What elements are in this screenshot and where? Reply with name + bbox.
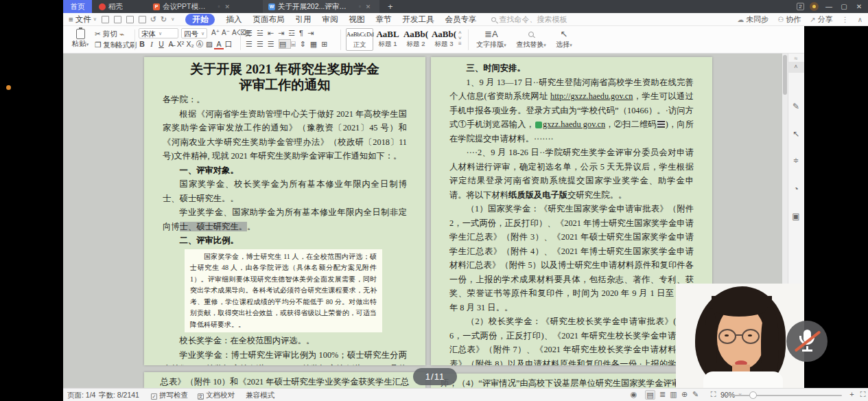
font-size-select[interactable]: 四号∨	[181, 28, 207, 38]
select-button[interactable]: ↖ 选择▾	[552, 29, 576, 49]
font-color-button[interactable]: A	[214, 40, 224, 49]
timer-tool-icon[interactable]: ◔	[788, 184, 804, 194]
style-标题 1[interactable]: AaBL标题 1	[374, 28, 401, 51]
shrink-font-button[interactable]: A⁻	[222, 29, 230, 36]
style-正文[interactable]: AaBbCcDd正文	[346, 28, 373, 51]
close-tab-icon[interactable]: ✕	[366, 3, 371, 10]
screenshot-tool-icon[interactable]: ▣	[788, 211, 804, 221]
distribute-icon[interactable]: ⌸	[291, 40, 300, 48]
document-page-4-peek[interactable]: 师；（4）“评审情况”由高校下设基层单位研究生国家奖学金评审…	[431, 374, 712, 388]
bold-button[interactable]: B	[137, 40, 147, 48]
hyperlink[interactable]: gxzz.haedu gov.cn	[543, 119, 605, 129]
menu-tab-审阅[interactable]: 审阅	[322, 14, 338, 25]
undo-icon[interactable]: ↺	[150, 15, 156, 24]
asian-layout-icon[interactable]: ☲	[288, 29, 299, 37]
pin-tab-icon[interactable]: ▫	[218, 3, 220, 10]
adjust-tool-icon[interactable]: ≑	[788, 157, 804, 164]
save-icon[interactable]	[102, 16, 109, 23]
zoom-slider-track[interactable]	[725, 395, 842, 396]
numbered-list-icon[interactable]: ☱	[257, 29, 268, 37]
menu-tab-视图[interactable]: 视图	[349, 14, 364, 25]
print-icon[interactable]	[126, 16, 134, 23]
menu-tab-开始[interactable]: 开始	[185, 14, 215, 25]
menu-tab-开发工具[interactable]: 开发工具	[402, 14, 434, 25]
select-tool-icon[interactable]: ↖	[788, 129, 804, 139]
titlebar-tab-home[interactable]: 首页	[63, 0, 92, 13]
align-right-icon[interactable]: ☰	[268, 40, 279, 48]
pin-tab-icon[interactable]: ▫	[359, 3, 361, 10]
scroll-up-icon[interactable]: ˄	[788, 62, 804, 73]
menu-tab-章节[interactable]: 章节	[375, 14, 391, 25]
align-center-icon[interactable]: ☰	[257, 40, 268, 48]
close-button[interactable]: ✕	[854, 3, 864, 10]
minimize-button[interactable]: —	[824, 3, 834, 10]
document-page-1[interactable]: 关于开展 2021 年研究生奖助学金 评审工作的通知 各学院：。根据《河南省学生…	[144, 57, 425, 365]
microphone-muted-button[interactable]	[786, 321, 828, 362]
italic-button[interactable]: I	[147, 41, 156, 48]
command-search[interactable]: 查找命令、搜索模板	[491, 14, 567, 25]
paste-button[interactable]: 粘贴▾	[69, 29, 92, 49]
hyperlink[interactable]: http://gxzz.haedu.gov.cn	[550, 91, 633, 101]
menu-tab-会员专享[interactable]: 会员专享	[445, 14, 476, 25]
pen-tool-icon[interactable]: ✎	[788, 102, 804, 111]
highlight-color-button[interactable]: ▨	[204, 40, 214, 48]
multipage-view-icon[interactable]: ▥	[668, 390, 679, 399]
phonetic-guide-button[interactable]: Ⓐ	[195, 40, 204, 49]
file-menu[interactable]: ≡ 文件 ∨	[69, 14, 97, 25]
avatar[interactable]	[810, 2, 819, 11]
style-标题 2[interactable]: AaBb(标题 2	[402, 28, 430, 51]
justify-icon[interactable]: ▤	[279, 39, 291, 49]
window-count-badge[interactable]: 2	[797, 3, 804, 10]
export-icon[interactable]	[114, 16, 121, 23]
collapse-ribbon-icon[interactable]: ∧	[858, 16, 863, 23]
text-layout-button[interactable]: ≣A 文字排版▾	[473, 29, 509, 49]
shading-icon[interactable]: ▦	[310, 40, 321, 48]
word-count[interactable]: 字数: 8/2141	[99, 391, 139, 400]
decrease-indent-icon[interactable]: ⇤	[268, 29, 278, 37]
fit-page-icon[interactable]: ⛶	[708, 390, 718, 399]
style-标题 3[interactable]: AaBb(标题 3	[430, 28, 458, 51]
font-name-select[interactable]: 宋体∨	[139, 28, 178, 38]
ink-icon[interactable]: ✎	[690, 390, 701, 399]
zoom-slider-thumb[interactable]	[749, 391, 757, 399]
eye-protection-icon[interactable]: ◉	[629, 390, 639, 399]
line-spacing-icon[interactable]: ⇕	[300, 40, 310, 48]
paragraph-settings-icon[interactable]: ⇥	[307, 29, 318, 37]
more-menu-icon[interactable]: ⋮	[842, 16, 849, 23]
document-page-2[interactable]: 三、时间安排。1、9 月 13—17 日··研究生登陆河南省高校学生资助在线完善…	[431, 57, 712, 365]
copy-button[interactable]: ❐ 复制	[95, 41, 117, 50]
superscript-button[interactable]: X²	[176, 40, 185, 48]
collaborate-button[interactable]: ⚇协作	[777, 14, 801, 25]
increase-indent-icon[interactable]: ⇥	[278, 29, 288, 37]
titlebar-tab-doc[interactable]: W关于开展202...评审工作的通知▫✕	[263, 0, 379, 13]
close-tab-icon[interactable]: ✕	[224, 3, 230, 10]
table-border-icon[interactable]: ⊞	[321, 40, 331, 48]
spell-check-toggle[interactable]: ✓拼写检查	[151, 391, 188, 400]
restore-button[interactable]: ▢	[839, 3, 849, 10]
strikethrough-button[interactable]: A̶	[166, 40, 176, 48]
grow-font-button[interactable]: A⁺	[211, 29, 220, 36]
titlebar-tab-ppt[interactable]: P会议PPT模板.pptx▫✕	[148, 0, 235, 13]
document-page-3-peek[interactable]: 总表》（附件 10）和《2021 年硕士研究生学业奖学金获奖学生汇总表》	[144, 372, 425, 388]
menu-tab-页面布局[interactable]: 页面布局	[253, 14, 284, 25]
share-button[interactable]: ↗分享	[810, 14, 832, 25]
subscript-button[interactable]: X₂	[185, 40, 195, 48]
align-left-icon[interactable]: ☰	[246, 40, 257, 48]
bullet-list-icon[interactable]: ☰	[246, 29, 257, 37]
page-view-icon[interactable]: ▤	[645, 390, 655, 400]
proofread-button[interactable]: 文文档校对	[198, 391, 235, 400]
zoom-in-icon[interactable]: +	[847, 390, 857, 398]
sync-status[interactable]: ☁未同步	[737, 14, 769, 25]
paragraph-mark-icon[interactable]: ¶	[299, 29, 307, 37]
titlebar-tab-docer[interactable]: 稻壳	[93, 0, 128, 13]
outline-view-icon[interactable]: ≣	[657, 390, 668, 399]
web-view-icon[interactable]: ⊕	[679, 390, 690, 399]
new-tab-button[interactable]: +	[388, 0, 393, 13]
print-preview-icon[interactable]	[139, 16, 146, 23]
underline-button[interactable]: U	[156, 40, 166, 48]
scrollbar-thumb[interactable]	[783, 55, 787, 95]
fullscreen-icon[interactable]: ⛶	[858, 390, 868, 399]
menu-tab-插入[interactable]: 插入	[226, 14, 242, 25]
scrollbar-grip-icon[interactable]: ≈	[788, 55, 804, 62]
find-replace-button[interactable]: 查找替换▾	[513, 29, 549, 49]
